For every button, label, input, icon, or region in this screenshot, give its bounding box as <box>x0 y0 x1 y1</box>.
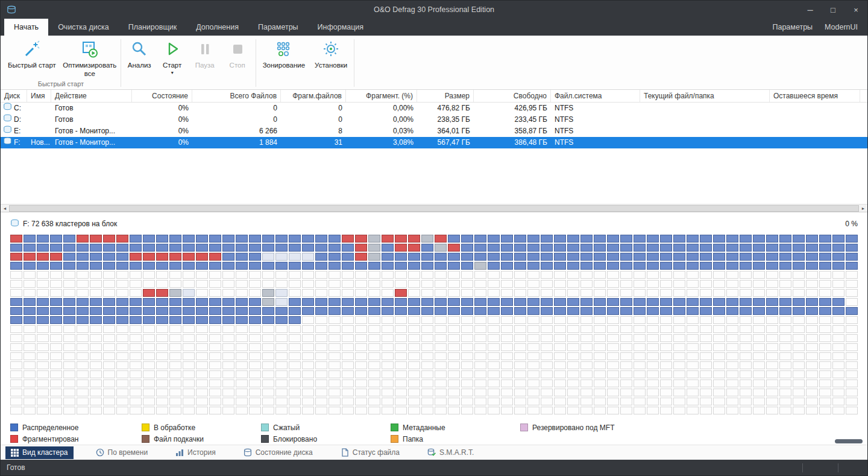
cluster-block[interactable] <box>249 289 261 297</box>
cluster-block[interactable] <box>421 307 433 315</box>
cluster-block[interactable] <box>779 334 791 342</box>
cluster-block[interactable] <box>63 361 75 369</box>
cluster-block[interactable] <box>474 280 486 288</box>
cluster-block[interactable] <box>368 235 380 243</box>
cluster-block[interactable] <box>766 271 778 279</box>
cluster-block[interactable] <box>541 370 553 378</box>
cluster-block[interactable] <box>806 316 818 324</box>
cluster-block[interactable] <box>421 289 433 297</box>
cluster-block[interactable] <box>90 398 102 405</box>
cluster-block[interactable] <box>90 253 102 261</box>
cluster-block[interactable] <box>116 289 128 297</box>
cluster-block[interactable] <box>435 289 447 297</box>
cluster-block[interactable] <box>275 235 288 243</box>
scroll-right-icon[interactable]: ► <box>859 206 867 211</box>
cluster-block[interactable] <box>24 325 36 333</box>
cluster-block[interactable] <box>37 235 49 243</box>
cluster-block[interactable] <box>806 298 818 306</box>
cluster-block[interactable] <box>766 361 778 369</box>
cluster-block[interactable] <box>607 361 619 369</box>
cluster-block[interactable] <box>90 289 102 297</box>
cluster-block[interactable] <box>169 325 181 333</box>
cluster-block[interactable] <box>832 407 844 414</box>
cluster-block[interactable] <box>275 316 288 324</box>
cluster-block[interactable] <box>342 325 354 333</box>
cluster-block[interactable] <box>408 262 420 270</box>
cluster-block[interactable] <box>196 307 208 315</box>
cluster-block[interactable] <box>846 235 858 243</box>
cluster-block[interactable] <box>660 343 672 351</box>
cluster-block[interactable] <box>766 262 778 270</box>
cluster-block[interactable] <box>77 343 89 351</box>
cluster-block[interactable] <box>63 398 75 405</box>
cluster-block[interactable] <box>275 370 288 378</box>
cluster-block[interactable] <box>262 235 274 243</box>
cluster-block[interactable] <box>183 343 195 351</box>
cluster-block[interactable] <box>116 235 128 243</box>
cluster-block[interactable] <box>183 307 195 315</box>
cluster-block[interactable] <box>753 398 765 405</box>
cluster-block[interactable] <box>130 253 142 261</box>
cluster-block[interactable] <box>421 235 433 243</box>
cluster-block[interactable] <box>63 352 75 360</box>
cluster-block[interactable] <box>819 271 831 279</box>
cluster-block[interactable] <box>634 289 646 297</box>
cluster-block[interactable] <box>580 334 593 342</box>
cluster-block[interactable] <box>488 271 500 279</box>
cluster-block[interactable] <box>832 325 844 333</box>
cluster-block[interactable] <box>236 244 248 252</box>
cluster-block[interactable] <box>793 361 805 369</box>
cluster-block[interactable] <box>421 244 433 252</box>
cluster-block[interactable] <box>408 398 420 405</box>
cluster-block[interactable] <box>236 352 248 360</box>
cluster-block[interactable] <box>222 280 234 288</box>
cluster-block[interactable] <box>488 352 500 360</box>
table-row[interactable]: C:Готов0%000,00%476,82 ГБ426,95 ГБNTFS <box>1 103 867 114</box>
cluster-block[interactable] <box>116 379 128 387</box>
cluster-block[interactable] <box>832 289 844 297</box>
cluster-block[interactable] <box>116 343 128 351</box>
cluster-block[interactable] <box>183 325 195 333</box>
cluster-block[interactable] <box>832 253 844 261</box>
cluster-block[interactable] <box>24 262 36 270</box>
cluster-block[interactable] <box>169 262 181 270</box>
cluster-block[interactable] <box>713 334 725 342</box>
cluster-block[interactable] <box>846 343 858 351</box>
cluster-block[interactable] <box>713 289 725 297</box>
cluster-block[interactable] <box>488 370 500 378</box>
cluster-block[interactable] <box>753 244 765 252</box>
cluster-block[interactable] <box>554 361 566 369</box>
cluster-block[interactable] <box>514 280 526 288</box>
cluster-block[interactable] <box>779 280 791 288</box>
cluster-block[interactable] <box>355 361 367 369</box>
cluster-block[interactable] <box>740 244 752 252</box>
cluster-block[interactable] <box>647 325 659 333</box>
cluster-block[interactable] <box>740 316 752 324</box>
cluster-block[interactable] <box>554 271 566 279</box>
pause-button[interactable]: Пауза <box>189 37 221 71</box>
cluster-block[interactable] <box>673 389 685 396</box>
cluster-block[interactable] <box>50 316 62 324</box>
cluster-block[interactable] <box>143 343 155 351</box>
cluster-block[interactable] <box>753 361 765 369</box>
cluster-block[interactable] <box>395 280 407 288</box>
cluster-block[interactable] <box>183 398 195 405</box>
view-tab-cluster[interactable]: Вид кластера <box>5 446 74 459</box>
cluster-block[interactable] <box>541 325 553 333</box>
cluster-block[interactable] <box>209 235 221 243</box>
cluster-block[interactable] <box>726 235 738 243</box>
cluster-block[interactable] <box>236 370 248 378</box>
cluster-block[interactable] <box>620 343 632 351</box>
cluster-block[interactable] <box>501 244 513 252</box>
cluster-block[interactable] <box>607 407 619 414</box>
cluster-block[interactable] <box>806 398 818 405</box>
cluster-block[interactable] <box>832 280 844 288</box>
cluster-block[interactable] <box>77 244 89 252</box>
cluster-block[interactable] <box>209 343 221 351</box>
cluster-block[interactable] <box>793 325 805 333</box>
cluster-block[interactable] <box>753 334 765 342</box>
cluster-block[interactable] <box>421 389 433 396</box>
cluster-block[interactable] <box>779 244 791 252</box>
cluster-block[interactable] <box>421 407 433 414</box>
cluster-block[interactable] <box>236 307 248 315</box>
